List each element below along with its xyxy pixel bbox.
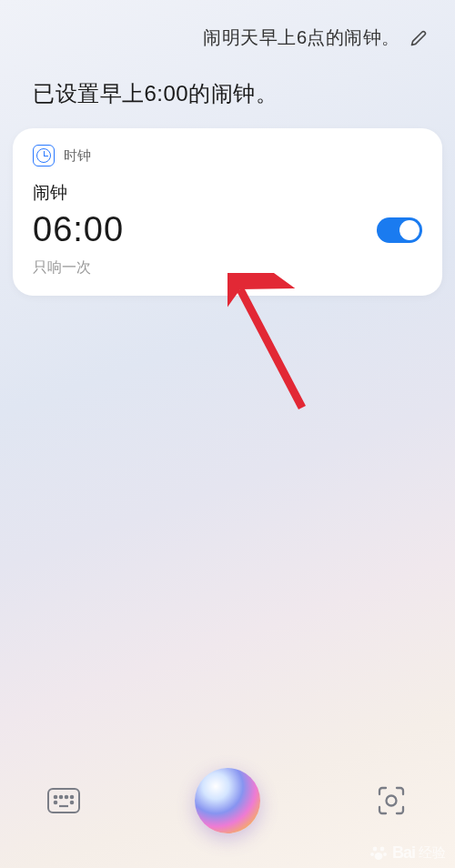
svg-point-13 — [383, 853, 387, 856]
app-name-label: 时钟 — [64, 147, 91, 165]
clock-icon — [33, 145, 55, 167]
voice-command-text: 闹明天早上6点的闹钟。 — [203, 25, 400, 50]
svg-point-2 — [55, 796, 57, 799]
watermark-logo: Bai — [392, 843, 415, 863]
watermark: Bai 经验 — [369, 843, 446, 863]
alarm-time: 06:00 — [33, 210, 124, 249]
svg-point-12 — [370, 853, 374, 856]
card-header: 时钟 — [33, 145, 422, 167]
svg-point-3 — [60, 796, 63, 799]
keyboard-icon[interactable] — [44, 781, 84, 821]
svg-point-10 — [373, 847, 378, 852]
alarm-card[interactable]: 时钟 闹钟 06:00 只响一次 — [13, 128, 442, 296]
command-row: 闹明天早上6点的闹钟。 — [0, 0, 455, 50]
svg-point-6 — [55, 802, 57, 804]
annotation-arrow — [228, 273, 337, 428]
svg-rect-1 — [48, 789, 79, 812]
svg-point-14 — [374, 853, 382, 860]
assistant-orb-button[interactable] — [195, 768, 260, 833]
edit-icon[interactable] — [410, 29, 428, 47]
alarm-toggle[interactable] — [377, 217, 422, 243]
svg-point-4 — [66, 796, 68, 799]
svg-point-5 — [71, 796, 74, 799]
confirmation-message: 已设置早上6:00的闹钟。 — [0, 50, 455, 128]
watermark-text: 经验 — [419, 844, 446, 862]
svg-point-7 — [71, 802, 74, 804]
scan-icon[interactable] — [371, 781, 411, 821]
paw-icon — [369, 843, 389, 863]
bottom-bar — [0, 768, 455, 833]
svg-line-0 — [240, 289, 302, 408]
repeat-label: 只响一次 — [33, 258, 422, 278]
svg-point-11 — [380, 847, 385, 852]
time-row: 06:00 — [33, 210, 422, 249]
svg-point-9 — [387, 796, 397, 806]
alarm-label: 闹钟 — [33, 181, 422, 205]
